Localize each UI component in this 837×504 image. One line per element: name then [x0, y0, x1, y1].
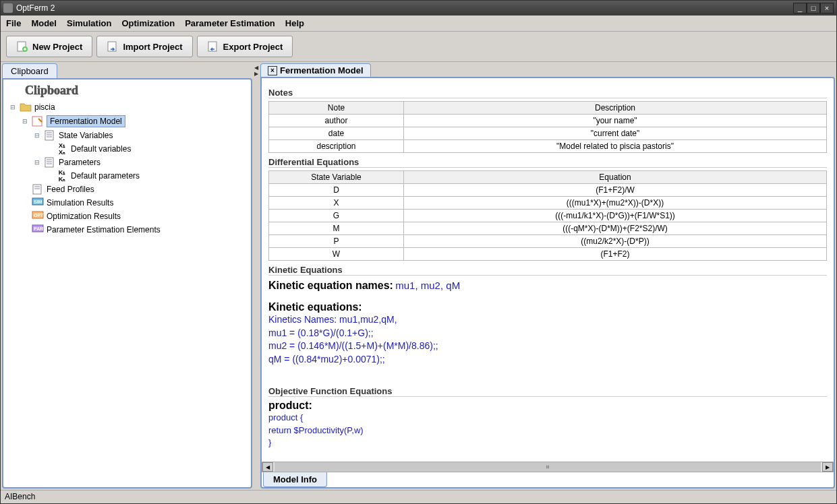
kinetic-equations-label: Kinetic equations: [268, 301, 827, 313]
model-info-tab[interactable]: Model Info [263, 472, 327, 487]
tree-simulation-results[interactable]: SIMSimulation Results [22, 196, 248, 210]
export-project-button[interactable]: Export Project [197, 36, 293, 57]
minimize-button[interactable]: _ [793, 3, 807, 13]
params-icon: K₁Kₙ [56, 170, 68, 181]
svg-rect-2 [108, 42, 116, 51]
folder-icon [20, 102, 32, 113]
svg-rect-3 [208, 42, 217, 51]
model-icon [32, 116, 44, 127]
clipboard-pane: Clipboard ⊟piscia ⊟Fermentation Model ⊟S… [2, 78, 252, 489]
tree-default-parameters[interactable]: K₁KₙDefault parameters [47, 169, 248, 183]
objective-heading: Objective Function Equations [268, 386, 827, 397]
list-icon [44, 130, 56, 141]
list-icon [44, 157, 56, 168]
menu-parameter-estimation[interactable]: Parameter Estimation [185, 18, 275, 28]
product-equation: product { return $Productivity(P,w) } [268, 412, 827, 449]
tree-state-variables[interactable]: ⊟State Variables [34, 129, 248, 142]
svg-rect-9 [45, 158, 53, 167]
svg-rect-13 [33, 185, 41, 194]
tree-parameters[interactable]: ⊟Parameters [34, 156, 248, 169]
menu-optimization[interactable]: Optimization [121, 18, 175, 28]
fermentation-model-tab[interactable]: × Fermentation Model [260, 63, 371, 77]
scroll-left-button[interactable]: ◀ [262, 462, 273, 472]
tree-default-variables[interactable]: X₁XₙDefault variables [47, 142, 248, 156]
menu-model[interactable]: Model [31, 18, 57, 28]
tree-optimization-results[interactable]: OPTOptimization Results [22, 210, 248, 223]
table-row[interactable]: P((mu2/k2*X)-(D*P)) [269, 235, 827, 248]
svg-rect-5 [45, 131, 53, 140]
clipboard-tab[interactable]: Clipboard [2, 63, 57, 78]
table-row[interactable]: author"your name" [269, 115, 827, 127]
menu-simulation[interactable]: Simulation [67, 18, 111, 28]
close-button[interactable]: × [820, 3, 834, 13]
tree-parameter-estimation-elements[interactable]: PARParameter Estimation Elements [22, 223, 248, 237]
tree-fermentation-model[interactable]: ⊟Fermentation Model [22, 114, 248, 129]
product-label: product: [268, 400, 827, 412]
model-content: Notes NoteDescription author"your name" … [262, 78, 834, 462]
scroll-right-button[interactable]: ▶ [822, 462, 833, 472]
window-title: OptFerm 2 [16, 3, 55, 13]
table-row[interactable]: description"Model related to piscia past… [269, 140, 827, 153]
horizontal-scrollbar[interactable]: ◀ ▶ [262, 462, 834, 472]
maximize-button[interactable]: □ [807, 3, 820, 13]
import-project-button[interactable]: Import Project [96, 36, 192, 57]
notes-table: NoteDescription author"your name" date"c… [268, 101, 827, 153]
diffeq-table: State VariableEquation D(F1+F2)/W X(((mu… [268, 170, 827, 261]
splitter[interactable]: ◀▶ [254, 63, 259, 489]
par-icon: PAR [32, 224, 44, 235]
sim-icon: SIM [32, 197, 44, 208]
toolbar: New Project Import Project Export Projec… [1, 32, 836, 62]
opt-icon: OPT [32, 211, 44, 222]
kinetic-equations: Kinetics Names: mu1,mu2,qM, mu1 = (0.18*… [268, 313, 827, 366]
titlebar: OptFerm 2 _ □ × [1, 1, 836, 15]
kinetic-names-value: mu1, mu2, qM [395, 280, 460, 291]
vars-icon: X₁Xₙ [56, 144, 68, 154]
table-row[interactable]: G(((-mu1/k1*X)-(D*G))+(F1/W*S1)) [269, 210, 827, 222]
table-row[interactable]: W(F1+F2) [269, 248, 827, 261]
clipboard-title: Clipboard [25, 84, 248, 98]
menubar: File Model Simulation Optimization Param… [1, 15, 836, 32]
kinetic-names-label: Kinetic equation names: [268, 280, 393, 291]
kinetic-heading: Kinetic Equations [268, 265, 827, 276]
table-row[interactable]: X(((mu1*X)+(mu2*X))-(D*X)) [269, 197, 827, 210]
diffeq-heading: Differential Equations [268, 157, 827, 168]
menu-file[interactable]: File [6, 18, 21, 28]
new-project-button[interactable]: New Project [6, 36, 92, 57]
table-row[interactable]: date"current date" [269, 127, 827, 140]
table-row[interactable]: M(((-qM*X)-(D*M))+(F2*S2)/W) [269, 222, 827, 235]
scroll-thumb[interactable] [275, 462, 821, 472]
tree-project[interactable]: ⊟piscia [10, 100, 248, 114]
svg-text:SIM: SIM [34, 199, 42, 204]
tab-close-icon[interactable]: × [268, 66, 277, 75]
list-icon [32, 184, 44, 195]
svg-text:OPT: OPT [34, 213, 44, 218]
notes-heading: Notes [268, 88, 827, 98]
tree-feed-profiles[interactable]: Feed Profiles [22, 183, 248, 196]
table-row[interactable]: D(F1+F2)/W [269, 184, 827, 197]
statusbar: AIBench [1, 490, 836, 503]
app-icon [3, 3, 13, 13]
svg-text:PAR: PAR [34, 226, 43, 231]
menu-help[interactable]: Help [285, 18, 304, 28]
